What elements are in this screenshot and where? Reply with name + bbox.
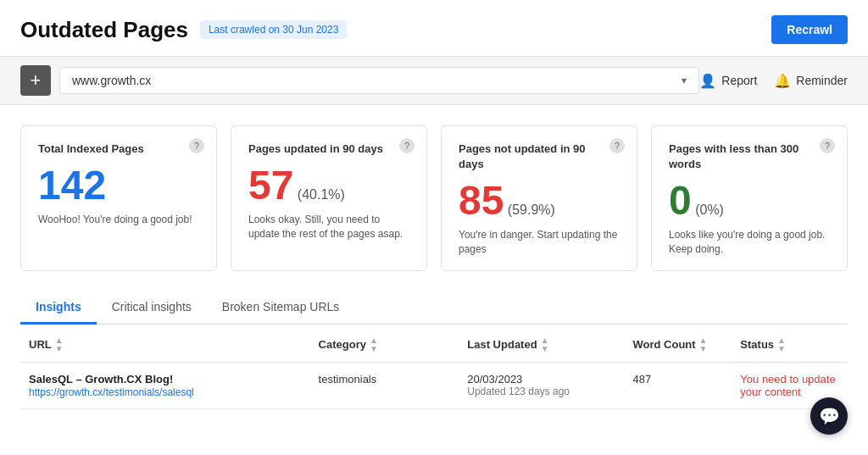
stat-label: Pages updated in 90 days <box>248 141 409 157</box>
sort-icon: ▲▼ <box>777 336 786 353</box>
stat-desc: Looks like you're doing a good job. Keep… <box>669 228 830 257</box>
stat-pct: (40.1%) <box>293 187 344 202</box>
report-label: Report <box>721 74 757 87</box>
tab-insights[interactable]: Insights <box>20 291 97 325</box>
sort-icon: ▲▼ <box>699 336 708 353</box>
toolbar-actions: 👤 Report 🔔 Reminder <box>699 73 848 89</box>
sort-icon: ▲▼ <box>370 336 378 353</box>
th-status[interactable]: Status▲▼ <box>732 325 848 363</box>
table-section: URL▲▼Category▲▼Last Updated▲▼Word Count▲… <box>0 325 868 409</box>
help-icon[interactable]: ? <box>820 138 835 153</box>
sort-icon: ▲▼ <box>541 336 549 353</box>
help-icon[interactable]: ? <box>189 138 204 153</box>
stat-pct: (59.9%) <box>504 203 554 217</box>
th-last-updated[interactable]: Last Updated▲▼ <box>459 325 624 363</box>
stat-number: 57 (40.1%) <box>248 165 409 206</box>
reminder-icon: 🔔 <box>774 73 791 89</box>
reminder-label: Reminder <box>796 74 848 87</box>
tab-broken-sitemap-urls[interactable]: Broken Sitemap URLs <box>207 291 355 325</box>
report-button[interactable]: 👤 Report <box>699 73 757 89</box>
add-button[interactable]: + <box>20 65 51 96</box>
domain-select[interactable]: www.growth.cx ▾ <box>59 67 699 94</box>
stat-number: 85 (59.9%) <box>459 180 620 221</box>
stat-label: Pages not updated in 90 days <box>459 141 620 172</box>
chat-icon: 💬 <box>819 406 840 409</box>
toolbar: + www.growth.cx ▾ 👤 Report 🔔 Reminder <box>0 57 868 105</box>
stat-card: Pages updated in 90 days ? 57 (40.1%) Lo… <box>231 125 427 271</box>
tabs-section: InsightsCritical insightsBroken Sitemap … <box>0 271 868 325</box>
url-link[interactable]: https://growth.cx/testimonials/salesql <box>29 386 194 398</box>
url-cell: SalesQL – Growth.CX Blog! https://growth… <box>20 362 310 408</box>
page-title: Outdated Pages <box>20 17 188 43</box>
updated-cell: 20/03/2023 Updated 123 days ago <box>459 362 624 408</box>
table-header: URL▲▼Category▲▼Last Updated▲▼Word Count▲… <box>20 325 848 363</box>
stat-label: Pages with less than 300 words <box>669 141 830 172</box>
stat-card: Pages with less than 300 words ? 0 (0%) … <box>651 125 848 271</box>
stat-desc: You're in danger. Start updating the pag… <box>459 228 620 257</box>
category-cell: testimonials <box>310 362 459 408</box>
crawled-badge: Last crawled on 30 Jun 2023 <box>200 20 347 39</box>
page-header: Outdated Pages Last crawled on 30 Jun 20… <box>0 0 868 57</box>
wordcount-cell: 487 <box>624 362 732 408</box>
help-icon[interactable]: ? <box>399 138 415 153</box>
header-left: Outdated Pages Last crawled on 30 Jun 20… <box>20 17 347 43</box>
th-url[interactable]: URL▲▼ <box>20 325 310 363</box>
insights-table: URL▲▼Category▲▼Last Updated▲▼Word Count▲… <box>20 325 848 409</box>
stat-number: 142 <box>38 165 199 206</box>
stat-desc: Looks okay. Still, you need to update th… <box>248 213 409 241</box>
sort-icon: ▲▼ <box>55 336 64 353</box>
url-title: SalesQL – Growth.CX Blog! <box>29 373 302 386</box>
updated-days: Updated 123 days ago <box>467 386 615 397</box>
tab-critical-insights[interactable]: Critical insights <box>97 291 207 325</box>
stats-section: Total Indexed Pages ? 142 WooHoo! You're… <box>0 105 868 271</box>
domain-text: www.growth.cx <box>72 74 675 87</box>
recrawl-button[interactable]: Recrawl <box>771 15 848 44</box>
stat-card: Total Indexed Pages ? 142 WooHoo! You're… <box>20 125 217 271</box>
stat-pct: (0%) <box>692 203 724 217</box>
stat-card: Pages not updated in 90 days ? 85 (59.9%… <box>441 125 637 271</box>
stat-label: Total Indexed Pages <box>38 141 199 157</box>
help-icon[interactable]: ? <box>609 138 625 153</box>
report-icon: 👤 <box>699 73 716 89</box>
stat-desc: WooHoo! You're doing a good job! <box>38 213 199 227</box>
reminder-button[interactable]: 🔔 Reminder <box>774 73 848 89</box>
table-row: SalesQL – Growth.CX Blog! https://growth… <box>20 362 848 408</box>
chevron-down-icon: ▾ <box>682 75 687 86</box>
th-word-count[interactable]: Word Count▲▼ <box>624 325 732 363</box>
stat-number: 0 (0%) <box>669 180 830 221</box>
updated-date: 20/03/2023 <box>467 373 615 386</box>
table-body: SalesQL – Growth.CX Blog! https://growth… <box>20 362 848 408</box>
tabs-bar: InsightsCritical insightsBroken Sitemap … <box>20 291 848 325</box>
th-category[interactable]: Category▲▼ <box>310 325 459 363</box>
